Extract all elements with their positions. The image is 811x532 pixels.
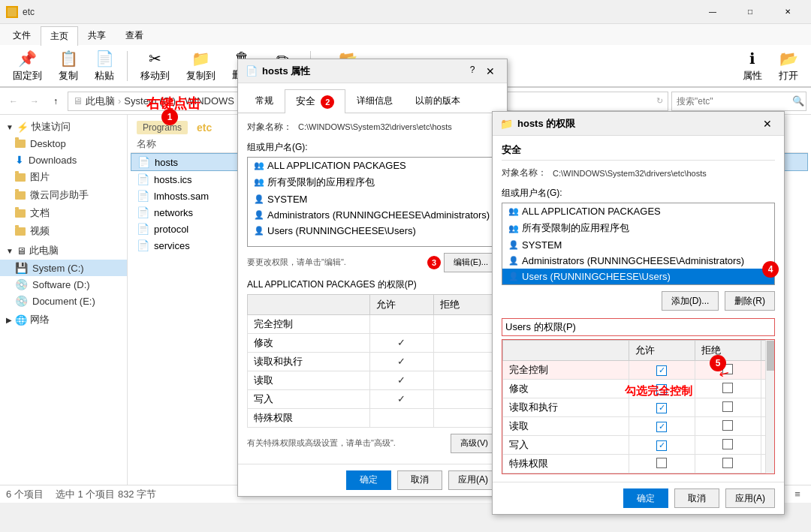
properties-cancel-button[interactable]: 取消 xyxy=(397,470,442,490)
perm-user-system[interactable]: 👤 SYSTEM xyxy=(502,237,774,253)
perm-row-special: 特殊权限 xyxy=(248,408,498,427)
tab-share[interactable]: 共享 xyxy=(78,26,116,45)
perm-user-admins[interactable]: 👤 Administrators (RUNNINGCHEESE\Administ… xyxy=(502,253,774,269)
properties-apply-button[interactable]: 应用(A) xyxy=(448,470,498,490)
app-icon xyxy=(6,6,18,18)
properties-ok-button[interactable]: 确定 xyxy=(346,470,391,490)
readexec-allow-checkbox[interactable] xyxy=(656,403,667,413)
sidebar-network-header[interactable]: ▶ 🌐 网络 xyxy=(0,311,127,329)
address-drive[interactable]: System (C:) xyxy=(124,95,176,107)
user-users[interactable]: 👤 Users (RUNNINGCHEESE\Users) xyxy=(248,223,497,239)
special-allow-checkbox[interactable] xyxy=(656,458,667,468)
copy-to-button[interactable]: 📁 复制到 xyxy=(179,46,222,86)
object-name-label: 对象名称： xyxy=(247,121,292,134)
move-button[interactable]: ✂ 移动到 xyxy=(134,46,176,86)
add-button[interactable]: 添加(D)... xyxy=(662,291,719,311)
maximize-button[interactable]: □ xyxy=(733,0,767,24)
properties-button[interactable]: ℹ 属性 xyxy=(736,46,769,86)
permissions-close-button[interactable]: ✕ xyxy=(758,115,776,133)
badge-1: 1 xyxy=(161,109,178,125)
permissions-cancel-button[interactable]: 取消 xyxy=(674,488,719,508)
tab-security[interactable]: 安全 2 xyxy=(285,89,345,113)
list-view-button[interactable]: ≡ xyxy=(790,487,805,502)
up-button[interactable]: ↑ xyxy=(47,92,65,110)
forward-button[interactable]: → xyxy=(26,92,44,110)
separator xyxy=(127,51,128,81)
tab-file[interactable]: 文件 xyxy=(3,26,41,45)
scrollbar-thumb[interactable] xyxy=(767,341,774,371)
special-deny-checkbox[interactable] xyxy=(722,458,733,468)
user-all-packages[interactable]: 👥 ALL APPLICATION PACKAGES xyxy=(248,158,497,173)
permissions-apply-button[interactable]: 应用(A) xyxy=(725,488,775,508)
minimize-button[interactable]: — xyxy=(695,0,730,24)
badge-5: 5 xyxy=(710,355,726,371)
read-allow-checkbox[interactable] xyxy=(656,422,667,432)
add-remove-row: 添加(D)... 删除(R) xyxy=(502,291,775,311)
chevron-right-icon: ▶ xyxy=(6,316,12,324)
properties-title-icon: 📄 xyxy=(246,65,258,77)
sidebar-item-documents[interactable]: 文档 xyxy=(0,204,127,222)
perm-table-label: ALL APPLICATION PACKAGES 的权限(P) xyxy=(247,278,498,291)
sidebar-quickaccess-header[interactable]: ▼ ⚡ 快速访问 xyxy=(0,118,127,136)
user-system[interactable]: 👤 SYSTEM xyxy=(248,191,497,207)
copy-to-icon: 📁 xyxy=(191,50,210,68)
modify-deny-checkbox[interactable] xyxy=(722,383,733,393)
refresh-icon[interactable]: ↻ xyxy=(656,96,663,106)
sidebar-item-doce[interactable]: 💿 Document (E:) xyxy=(0,293,127,309)
write-deny-checkbox[interactable] xyxy=(722,439,733,449)
copy-button[interactable]: 📋 复制 xyxy=(52,46,85,86)
sidebar-item-desktop[interactable]: Desktop xyxy=(0,136,127,152)
tab-previous[interactable]: 以前的版本 xyxy=(404,89,472,113)
permissions-title: 📁 hosts 的权限 xyxy=(500,117,758,131)
tab-details[interactable]: 详细信息 xyxy=(345,89,404,113)
read-deny-checkbox[interactable] xyxy=(722,420,733,431)
users-perm-row-write: 写入 xyxy=(503,436,774,455)
sidebar-section-thispc: ▼ 🖥 此电脑 💾 System (C:) 💿 Software (D:) 💿 … xyxy=(0,242,127,309)
move-icon: ✂ xyxy=(149,50,161,68)
remove-button[interactable]: 删除(R) xyxy=(725,291,775,311)
perm-group-label: 组或用户名(G): xyxy=(502,187,775,200)
permissions-ok-button[interactable]: 确定 xyxy=(623,488,668,508)
tab-view[interactable]: 查看 xyxy=(116,26,153,45)
scrollbar-track[interactable] xyxy=(765,340,774,473)
pin-button[interactable]: 📌 固定到 xyxy=(6,46,49,86)
edit-button[interactable]: 编辑(E)... xyxy=(444,253,498,272)
search-bar[interactable]: 🔍 xyxy=(671,92,806,111)
lightning-icon: ⚡ xyxy=(17,122,29,133)
group-users-list: 👥 ALL APPLICATION PACKAGES 👥 所有受限制的应用程序包… xyxy=(247,157,498,247)
address-windows[interactable]: WINDOWS xyxy=(185,95,234,107)
readexec-deny-checkbox[interactable] xyxy=(722,401,733,412)
sidebar-item-videos[interactable]: 视频 xyxy=(0,222,127,240)
user-admins[interactable]: 👤 Administrators (RUNNINGCHEESE\Administ… xyxy=(248,207,497,223)
folder-icon-title: 📁 xyxy=(500,118,513,130)
open-button[interactable]: 📂 打开 xyxy=(772,46,805,86)
sidebar-item-weiyun[interactable]: 微云同步助手 xyxy=(0,186,127,204)
advanced-button[interactable]: 高级(V) xyxy=(451,434,498,453)
sidebar-item-softd[interactable]: 💿 Software (D:) xyxy=(0,276,127,293)
object-name-row: 对象名称： C:\WINDOWS\System32\drivers\etc\ho… xyxy=(247,121,498,134)
sidebar-item-systemc[interactable]: 💾 System (C:) xyxy=(0,260,127,276)
modify-allow-checkbox[interactable] xyxy=(656,384,667,395)
address-thispc[interactable]: 此电脑 xyxy=(86,95,115,108)
tab-home[interactable]: 主页 xyxy=(41,26,78,46)
search-input[interactable] xyxy=(677,96,789,107)
close-button[interactable]: ✕ xyxy=(770,0,805,24)
help-button[interactable]: ? xyxy=(465,62,480,77)
tab-general[interactable]: 常规 xyxy=(244,89,285,113)
back-button[interactable]: ← xyxy=(5,92,23,110)
fullcontrol-allow-checkbox[interactable] xyxy=(656,365,667,376)
window-title: etc xyxy=(23,7,695,17)
perm-user-restricted[interactable]: 👥 所有受限制的应用程序包 xyxy=(502,219,774,237)
perm-user-users[interactable]: 👤 Users (RUNNINGCHEESE\Users) xyxy=(502,269,774,284)
write-allow-checkbox[interactable] xyxy=(656,440,667,451)
sidebar-item-downloads[interactable]: ⬇ Downloads xyxy=(0,152,127,168)
paste-button[interactable]: 📄 粘贴 xyxy=(88,46,121,86)
properties-tabs: 常规 安全 2 详细信息 以前的版本 xyxy=(238,83,507,113)
properties-close-button[interactable]: ✕ xyxy=(481,62,499,80)
user-restricted[interactable]: 👥 所有受限制的应用程序包 xyxy=(248,173,497,191)
sidebar-section-network: ▶ 🌐 网络 xyxy=(0,311,127,329)
users-perm-row-special: 特殊权限 xyxy=(503,455,774,473)
sidebar-thispc-header[interactable]: ▼ 🖥 此电脑 xyxy=(0,242,127,260)
sidebar-item-pictures[interactable]: 图片 xyxy=(0,168,127,186)
perm-user-all-packages[interactable]: 👥 ALL APPLICATION PACKAGES xyxy=(502,203,774,219)
